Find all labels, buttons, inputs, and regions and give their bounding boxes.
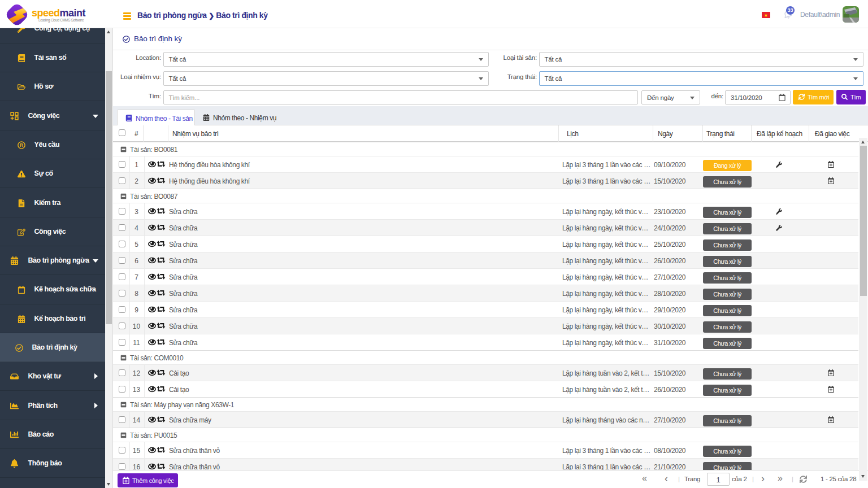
svg-text:R: R: [20, 142, 23, 148]
